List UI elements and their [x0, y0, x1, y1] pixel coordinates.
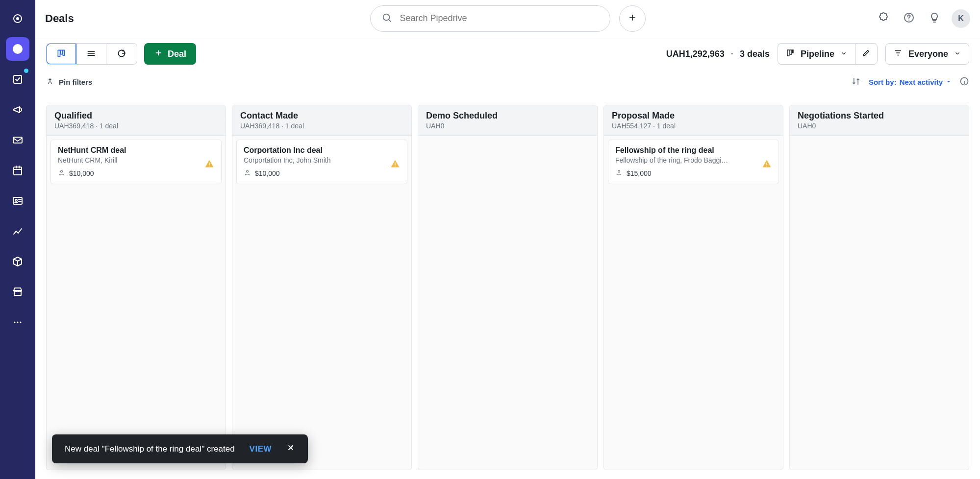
- person-icon: [58, 169, 65, 178]
- search-input[interactable]: [399, 13, 599, 24]
- column-header: Contact Made UAH369,418 · 1 deal: [232, 105, 411, 136]
- pipeline-column-demo-scheduled: Demo Scheduled UAH0: [418, 105, 598, 470]
- deal-value: $10,000: [69, 169, 94, 177]
- view-forecast-button[interactable]: [106, 44, 137, 64]
- sort-direction-button[interactable]: [851, 76, 861, 88]
- nav-calendar[interactable]: [6, 159, 29, 182]
- nav-contacts[interactable]: [6, 189, 29, 213]
- svg-rect-29: [766, 166, 767, 167]
- toast-notification: New deal "Fellowship of the ring deal" c…: [52, 434, 308, 463]
- deal-card[interactable]: Corportation Inc deal Corportation Inc, …: [236, 140, 407, 184]
- page-title: Deals: [45, 12, 74, 25]
- plus-icon: [628, 13, 637, 24]
- warning-icon: [762, 159, 772, 170]
- deals-summary: UAH1,292,963 · 3 deals: [666, 49, 770, 59]
- svg-rect-19: [790, 50, 792, 54]
- pipeline-column-contact-made: Contact Made UAH369,418 · 1 deal Corport…: [232, 105, 412, 470]
- pipeline-selector[interactable]: Pipeline: [778, 43, 855, 65]
- column-subtitle: UAH0: [798, 122, 961, 130]
- sort-value: Next activity: [900, 78, 943, 86]
- add-deal-button[interactable]: Deal: [144, 43, 196, 65]
- info-icon: [959, 80, 969, 88]
- edit-pipeline-button[interactable]: [855, 43, 878, 65]
- column-header: Demo Scheduled UAH0: [418, 105, 597, 136]
- nav-products[interactable]: [6, 250, 29, 273]
- deal-subtitle: Fellowship of the ring, Frodo Baggi…: [615, 156, 753, 164]
- nav-leads[interactable]: [6, 7, 29, 30]
- svg-point-9: [14, 322, 16, 323]
- nav-more[interactable]: [6, 311, 29, 334]
- svg-point-30: [618, 170, 620, 172]
- global-search[interactable]: [370, 5, 610, 32]
- column-title: Negotiations Started: [798, 111, 961, 121]
- nav-insights[interactable]: [6, 219, 29, 243]
- quick-add-button[interactable]: [619, 5, 646, 32]
- tips-button[interactable]: [926, 10, 943, 27]
- svg-rect-15: [60, 50, 62, 54]
- app-sidebar: $: [0, 0, 35, 479]
- toast-view-button[interactable]: VIEW: [250, 444, 272, 454]
- svg-point-24: [61, 170, 63, 172]
- column-title: Demo Scheduled: [426, 111, 589, 121]
- svg-rect-28: [766, 163, 767, 165]
- svg-point-10: [17, 322, 19, 323]
- lightbulb-icon: [929, 12, 940, 25]
- column-subtitle: UAH369,418 · 1 deal: [240, 122, 403, 130]
- sort-by-button[interactable]: Sort by: Next activity: [869, 78, 952, 86]
- pipeline-column-negotiations-started: Negotiations Started UAH0: [789, 105, 969, 470]
- nav-marketplace[interactable]: [6, 280, 29, 304]
- warning-icon: [204, 159, 214, 170]
- forecast-icon: [117, 48, 126, 60]
- deal-card[interactable]: Fellowship of the ring deal Fellowship o…: [608, 140, 779, 184]
- info-button[interactable]: [959, 76, 969, 88]
- sort-prefix: Sort by:: [869, 78, 897, 86]
- puzzle-icon: [878, 12, 889, 25]
- deal-title: NetHunt CRM deal: [58, 146, 214, 155]
- deal-subtitle: Corportation Inc, John Smith: [244, 156, 381, 164]
- nav-campaigns[interactable]: [6, 98, 29, 121]
- app-header: Deals K: [35, 0, 980, 37]
- column-header: Negotiations Started UAH0: [790, 105, 969, 136]
- deal-title: Fellowship of the ring deal: [615, 146, 772, 155]
- svg-rect-18: [787, 50, 789, 56]
- apps-button[interactable]: [875, 10, 892, 27]
- list-icon: [86, 48, 96, 60]
- owner-filter[interactable]: Everyone: [885, 43, 969, 65]
- view-list-button[interactable]: [76, 44, 106, 64]
- svg-rect-16: [63, 50, 64, 55]
- view-switcher: [46, 43, 137, 65]
- column-subtitle: UAH554,127 · 1 deal: [612, 122, 775, 130]
- deal-subtitle: NetHunt CRM, Kirill: [58, 156, 195, 164]
- view-kanban-button[interactable]: [46, 43, 76, 65]
- nav-deals[interactable]: $: [6, 37, 29, 61]
- summary-count: 3 deals: [740, 49, 770, 59]
- svg-point-11: [20, 322, 22, 323]
- svg-rect-20: [792, 50, 793, 53]
- svg-rect-22: [209, 163, 210, 165]
- deal-card[interactable]: NetHunt CRM deal NetHunt CRM, Kirill $10…: [50, 140, 222, 184]
- plus-icon: [154, 48, 163, 60]
- svg-rect-5: [13, 137, 22, 143]
- nav-activities[interactable]: [6, 68, 29, 91]
- help-icon: [903, 12, 915, 25]
- user-avatar[interactable]: K: [952, 9, 970, 28]
- chevron-down-icon: [954, 49, 961, 59]
- sort-icon: [851, 80, 861, 88]
- svg-rect-26: [395, 166, 396, 167]
- pipeline-column-proposal-made: Proposal Made UAH554,127 · 1 deal Fellow…: [603, 105, 783, 470]
- person-icon: [615, 169, 623, 178]
- help-button[interactable]: [901, 10, 917, 27]
- pin-filters-button[interactable]: Pin filters: [46, 77, 92, 87]
- toast-close-button[interactable]: [286, 443, 295, 455]
- add-deal-label: Deal: [168, 49, 186, 59]
- chevron-down-icon: [840, 49, 847, 59]
- svg-rect-14: [58, 50, 60, 56]
- notification-dot: [24, 69, 28, 73]
- deal-value: $10,000: [255, 169, 280, 177]
- pipeline-column-qualified: Qualified UAH369,418 · 1 deal NetHunt CR…: [46, 105, 226, 470]
- deals-board: Qualified UAH369,418 · 1 deal NetHunt CR…: [35, 96, 980, 479]
- svg-rect-23: [209, 166, 210, 167]
- column-subtitle: UAH0: [426, 122, 589, 130]
- nav-mail[interactable]: [6, 128, 29, 152]
- pipeline-label: Pipeline: [801, 49, 834, 59]
